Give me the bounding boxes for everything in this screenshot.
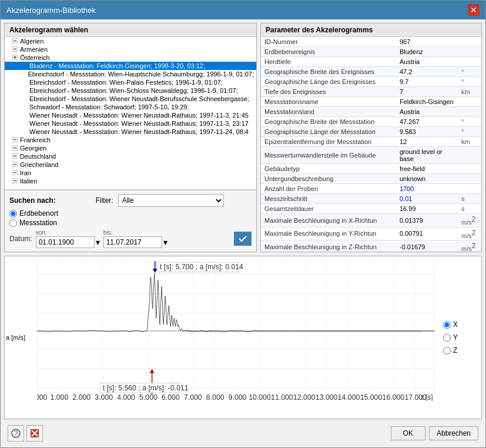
param-unit-13 [458, 174, 481, 184]
tree-label-iran: Iran [20, 169, 31, 176]
param-label-15: Messzeitschritt [261, 194, 396, 204]
svg-text:16.000: 16.000 [383, 393, 405, 401]
tree-item-griechenland[interactable]: Griechenland [5, 161, 256, 169]
tree-item-ebreichsdorf3[interactable]: Ebreichsdorf - Messstation: Wien-Schloss… [5, 86, 256, 95]
tree-item-schwadorf[interactable]: Schwadorf - Messstation: Schwadorf; 1997… [5, 103, 256, 111]
svg-text:4.000: 4.000 [117, 393, 135, 401]
param-unit-14 [458, 184, 481, 194]
param-label-5: Tiefe des Ereignisses [261, 87, 396, 97]
tree-label-deutschland: Deutschland [20, 153, 56, 160]
param-value-14: 1700 [396, 184, 458, 194]
cancel-icon-button[interactable] [26, 425, 43, 442]
param-value-2: Austria [396, 57, 458, 67]
apply-filter-button[interactable] [234, 232, 252, 246]
chart-section: a [m/s] 0.015 0.010 0.005 [4, 256, 482, 419]
svg-text:t [s]: 5.700 ; a [m/s]: 0.014: t [s]: 5.700 ; a [m/s]: 0.014 [160, 263, 243, 271]
param-value-13: unknown [396, 174, 458, 184]
to-date-group: bis: ▾ [103, 229, 167, 248]
svg-marker-75 [150, 369, 155, 373]
param-unit-8: ° [458, 117, 481, 127]
bottom-left: ? [8, 425, 43, 442]
param-row-7: MessstationslandAustria [261, 107, 481, 117]
tree-label-armenien: Armenien [20, 46, 48, 53]
svg-text:10.000: 10.000 [249, 393, 271, 401]
chart-radio-y[interactable]: Y [443, 333, 458, 342]
to-date-dropdown[interactable]: ▾ [163, 238, 167, 247]
tree-item-wiener3[interactable]: Wiener Neustadt - Messstation: Wiener Ne… [5, 128, 256, 136]
tree-item-ebreichsdorf4[interactable]: Ebreichsdorf - Messstation: Wiener Neust… [5, 95, 256, 103]
cancel-button[interactable]: Abbrechen [429, 426, 478, 440]
param-row-18: Maximale Beschleunigung in Y-Richtun0.00… [261, 227, 481, 240]
tree-label-ebreichsdorf3: Ebreichsdorf - Messstation: Wien-Schloss… [29, 87, 238, 94]
param-unit-3: ° [458, 67, 481, 77]
tree-label-frankreich: Frankreich [20, 136, 51, 143]
tree-item-ebreichsdorf1[interactable]: Ebreichsdorf - Messstation: Wien-Hauptsc… [5, 70, 256, 78]
tree-item-iran[interactable]: Iran [5, 169, 256, 177]
param-row-3: Geographische Breite des Ereignisses47.2… [261, 67, 481, 77]
bottom-bar: ? OK Abbrechen [4, 423, 482, 444]
radio-messstation[interactable]: Messstation [9, 219, 58, 227]
param-label-2: Herdtiefe [261, 57, 396, 67]
param-label-16: Gesamtzeitdauer [261, 204, 396, 214]
radio-erdbebenort[interactable]: Erdbebenort [9, 209, 58, 218]
tree-label-schwadorf: Schwadorf - Messstation: Schwadorf; 1997… [29, 103, 189, 111]
filter-label: Filter: [96, 196, 113, 205]
svg-text:5.000: 5.000 [139, 393, 157, 401]
svg-text:t [s]: 5.560 ; a [m/s]: -0.011: t [s]: 5.560 ; a [m/s]: -0.011 [103, 383, 189, 392]
chart-radio-z[interactable]: Z [443, 346, 457, 355]
param-label-13: Untergundbeschreibung [261, 174, 396, 184]
tree-item-bludenz[interactable]: Bludenz - Messstation: Feldkirch-Gisinge… [5, 62, 256, 70]
help-button[interactable]: ? [8, 425, 24, 442]
svg-text:2.000: 2.000 [72, 393, 91, 401]
ok-button[interactable]: OK [391, 426, 425, 440]
from-date-dropdown[interactable]: ▾ [96, 238, 100, 247]
tree-item-algerien[interactable]: Algerien [5, 37, 256, 45]
param-value-12: free-field [396, 164, 458, 174]
param-row-8: Geographische Breite der Messstation47.2… [261, 117, 481, 127]
main-content: Akzelerogramm wählen Algerien Armenien Ö… [1, 19, 485, 447]
tree-label-bludenz: Bludenz - Messstation: Feldkirch-Gisinge… [29, 62, 205, 69]
param-label-1: Erdbebenereignis [261, 47, 396, 57]
tree-item-armenien[interactable]: Armenien [5, 45, 256, 54]
filter-select[interactable]: Alle [118, 194, 224, 207]
from-date-input[interactable] [36, 236, 95, 248]
svg-text:1.000: 1.000 [51, 393, 69, 401]
param-label-11: Messwertumwandlerstelle im Gebäude [261, 147, 396, 164]
close-button[interactable]: ✕ [468, 4, 480, 16]
param-unit-16: s [458, 204, 481, 214]
tree-item-frankreich[interactable]: Frankreich [5, 136, 256, 144]
param-row-12: Gebäudetypfree-field [261, 164, 481, 174]
tree-label-griechenland: Griechenland [20, 161, 58, 168]
chart-radio-x-label: X [453, 320, 458, 329]
tree-label-oesterreich: Österreich [20, 54, 50, 61]
param-unit-17: m/s2 [458, 214, 481, 228]
chart-radio-x[interactable]: X [443, 320, 458, 329]
params-table: ID-Nummer967ErdbebenereignisBludenzHerdt… [261, 37, 481, 252]
param-unit-4: ° [458, 77, 481, 87]
tree-item-ebreichsdorf2[interactable]: Ebreichsdorf - Messstation: Wien-Palais … [5, 78, 256, 86]
param-unit-6 [458, 97, 481, 107]
search-section: Suchen nach: Filter: Alle Erdbebenort [5, 190, 256, 252]
param-unit-9: ° [458, 127, 481, 137]
tree-area[interactable]: Algerien Armenien Österreich Bludenz - M… [5, 37, 256, 190]
param-value-18: 0.00791 [396, 227, 458, 240]
tree-item-oesterreich[interactable]: Österreich [5, 54, 256, 62]
param-label-3: Geographische Breite des Ereignisses [261, 67, 396, 77]
param-row-9: Geographische Länge der Messstation9.583… [261, 127, 481, 137]
to-label: bis: [103, 229, 113, 236]
tree-item-georgien[interactable]: Georgien [5, 144, 256, 152]
param-row-1: ErdbebenereignisBludenz [261, 47, 481, 57]
tree-item-wiener1[interactable]: Wiener Neustadt - Messstation: Wiener Ne… [5, 111, 256, 119]
tree-item-deutschland[interactable]: Deutschland [5, 152, 256, 161]
param-row-4: Geographische Länge des Ereignisses9.7° [261, 77, 481, 87]
param-label-9: Geographische Länge der Messstation [261, 127, 396, 137]
to-date-input[interactable] [103, 236, 162, 248]
param-unit-15: s [458, 194, 481, 204]
from-label: von: [36, 229, 47, 236]
tree-item-wiener2[interactable]: Wiener Neustadt - Messstation: Wiener Ne… [5, 119, 256, 128]
tree-item-italien[interactable]: Italien [5, 177, 256, 185]
param-value-3: 47.2 [396, 67, 458, 77]
tree-label-georgien: Georgien [20, 145, 46, 152]
chart-main: a [m/s] 0.015 0.010 0.005 [5, 256, 440, 419]
tree-label-italien: Italien [20, 178, 37, 185]
